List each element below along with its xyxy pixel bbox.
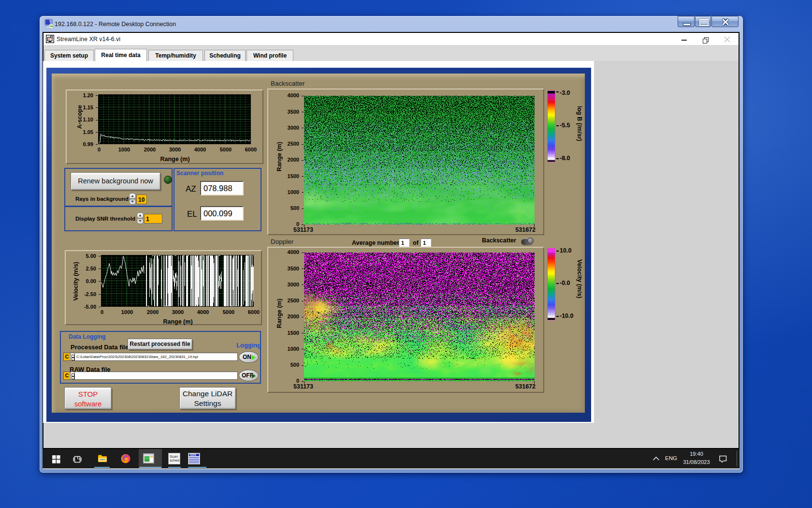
svg-text:sched: sched [170,458,179,463]
svg-text:GEEK: GEEK [190,454,197,456]
